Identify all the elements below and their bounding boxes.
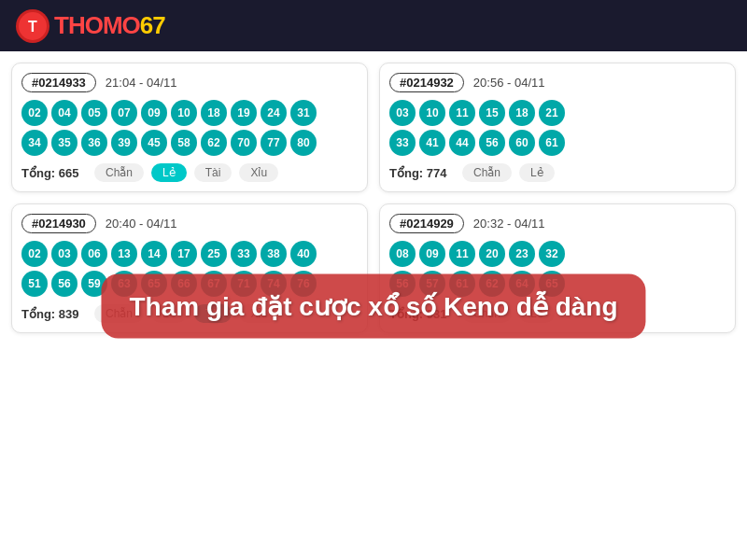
num-ball: 40 bbox=[290, 241, 317, 267]
card-header-1: #021493220:56 - 04/11 bbox=[389, 73, 726, 92]
card-id-1: #0214932 bbox=[389, 73, 464, 92]
card-id-2: #0214930 bbox=[21, 214, 96, 233]
num-ball: 56 bbox=[479, 130, 505, 156]
logo-name: THOMO bbox=[54, 11, 140, 39]
card-time-3: 20:32 - 04/11 bbox=[473, 217, 545, 231]
num-ball: 77 bbox=[261, 130, 287, 156]
card-time-1: 20:56 - 04/11 bbox=[473, 76, 545, 90]
card-header-0: #021493321:04 - 04/11 bbox=[21, 73, 358, 92]
logo: T THOMO67 bbox=[15, 8, 165, 44]
num-ball: 36 bbox=[81, 130, 107, 156]
num-ball: 70 bbox=[231, 130, 257, 156]
num-ball: 80 bbox=[290, 130, 317, 156]
num-ball: 56 bbox=[51, 271, 78, 297]
num-ball: 06 bbox=[81, 241, 107, 267]
num-ball: 11 bbox=[449, 100, 475, 126]
card-total-0: Tổng: 665 bbox=[21, 166, 87, 180]
num-ball: 51 bbox=[21, 271, 48, 297]
card-1: #021493220:56 - 04/110310111518213341445… bbox=[379, 63, 736, 192]
numbers-row-2-0: 02030613141725333840 bbox=[21, 241, 358, 267]
logo-number: 67 bbox=[140, 11, 165, 39]
tag-Xỉu[interactable]: Xỉu bbox=[239, 163, 278, 182]
num-ball: 09 bbox=[141, 100, 167, 126]
num-ball: 05 bbox=[81, 100, 107, 126]
num-ball: 24 bbox=[261, 100, 287, 126]
num-ball: 18 bbox=[201, 100, 227, 126]
num-ball: 31 bbox=[290, 100, 317, 126]
num-ball: 07 bbox=[111, 100, 137, 126]
tag-Tài[interactable]: Tài bbox=[194, 163, 233, 182]
card-total-1: Tổng: 774 bbox=[389, 166, 455, 180]
card-header-3: #021492920:32 - 04/11 bbox=[389, 214, 726, 233]
numbers-rows-1: 031011151821334144566061 bbox=[389, 100, 726, 156]
num-ball: 60 bbox=[509, 130, 535, 156]
numbers-rows-0: 0204050709101819243134353639455862707780 bbox=[21, 100, 358, 156]
num-ball: 35 bbox=[51, 130, 78, 156]
num-ball: 02 bbox=[21, 100, 48, 126]
num-ball: 17 bbox=[171, 241, 197, 267]
logo-text: THOMO67 bbox=[54, 11, 165, 40]
tag-Lẻ[interactable]: Lẻ bbox=[151, 163, 187, 182]
num-ball: 20 bbox=[479, 241, 505, 267]
card-footer-0: Tổng: 665ChẵnLẻTàiXỉu bbox=[21, 163, 358, 182]
num-ball: 03 bbox=[389, 100, 416, 126]
num-ball: 11 bbox=[449, 241, 475, 267]
num-ball: 25 bbox=[201, 241, 227, 267]
card-time-0: 21:04 - 04/11 bbox=[106, 76, 177, 90]
num-ball: 10 bbox=[419, 100, 445, 126]
logo-icon: T bbox=[15, 8, 50, 44]
main-content: #021493321:04 - 04/110204050709101819243… bbox=[0, 51, 747, 560]
num-ball: 19 bbox=[231, 100, 257, 126]
num-ball: 03 bbox=[51, 241, 78, 267]
card-header-2: #021493020:40 - 04/11 bbox=[21, 214, 358, 233]
num-ball: 61 bbox=[539, 130, 565, 156]
num-ball: 62 bbox=[201, 130, 227, 156]
num-ball: 39 bbox=[111, 130, 137, 156]
card-id-0: #0214933 bbox=[21, 73, 96, 92]
num-ball: 32 bbox=[539, 241, 565, 267]
num-ball: 18 bbox=[509, 100, 535, 126]
tag-Chẵn[interactable]: Chẵn bbox=[94, 163, 144, 182]
numbers-row-0-1: 34353639455862707780 bbox=[21, 130, 358, 156]
tag-Chẵn[interactable]: Chẵn bbox=[462, 163, 512, 182]
numbers-row-1-1: 334144566061 bbox=[389, 130, 726, 156]
banner-overlay: Tham gia đặt cược xổ số Keno dễ dàng bbox=[101, 273, 645, 338]
num-ball: 10 bbox=[171, 100, 197, 126]
numbers-row-3-0: 080911202332 bbox=[389, 241, 726, 267]
card-id-3: #0214929 bbox=[389, 214, 464, 233]
num-ball: 58 bbox=[171, 130, 197, 156]
num-ball: 41 bbox=[419, 130, 445, 156]
num-ball: 44 bbox=[449, 130, 475, 156]
banner-text: Tham gia đặt cược xổ số Keno dễ dàng bbox=[129, 290, 617, 321]
num-ball: 21 bbox=[539, 100, 565, 126]
numbers-row-1-0: 031011151821 bbox=[389, 100, 726, 126]
card-footer-1: Tổng: 774ChẵnLẻ bbox=[389, 163, 726, 182]
num-ball: 08 bbox=[389, 241, 416, 267]
num-ball: 45 bbox=[141, 130, 167, 156]
num-ball: 02 bbox=[21, 241, 48, 267]
tag-Lẻ[interactable]: Lẻ bbox=[519, 163, 555, 182]
num-ball: 33 bbox=[231, 241, 257, 267]
num-ball: 14 bbox=[141, 241, 167, 267]
num-ball: 38 bbox=[261, 241, 287, 267]
num-ball: 15 bbox=[479, 100, 505, 126]
num-ball: 04 bbox=[51, 100, 78, 126]
num-ball: 33 bbox=[389, 130, 416, 156]
num-ball: 13 bbox=[111, 241, 137, 267]
card-time-2: 20:40 - 04/11 bbox=[106, 217, 177, 231]
numbers-row-0-0: 02040507091018192431 bbox=[21, 100, 358, 126]
card-0: #021493321:04 - 04/110204050709101819243… bbox=[11, 63, 368, 192]
num-ball: 34 bbox=[21, 130, 48, 156]
svg-text:T: T bbox=[28, 19, 37, 35]
header: T THOMO67 bbox=[0, 0, 747, 51]
num-ball: 09 bbox=[419, 241, 445, 267]
num-ball: 23 bbox=[509, 241, 535, 267]
card-total-2: Tổng: 839 bbox=[21, 307, 87, 321]
